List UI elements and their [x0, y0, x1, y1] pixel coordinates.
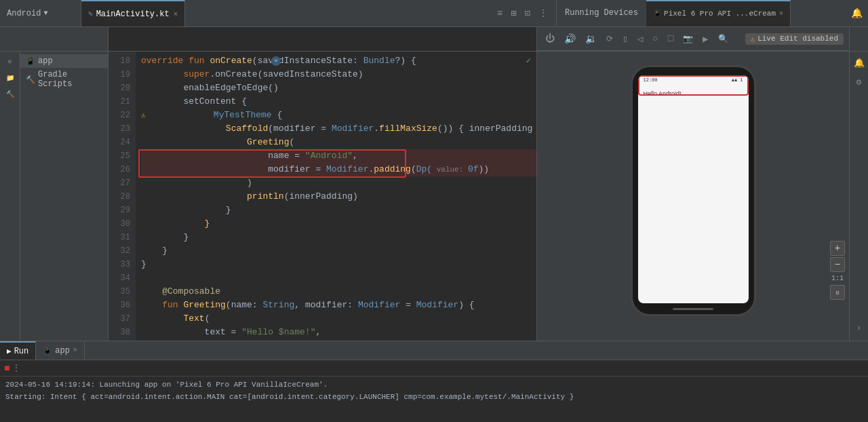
file-tab-close[interactable]: × — [174, 10, 178, 18]
code-line-37: Text( — [141, 312, 536, 326]
bottom-toolbar: ■ ⋮ — [0, 360, 868, 377]
debug-dot-18[interactable]: ● — [271, 56, 281, 66]
zoom-out-btn[interactable]: − — [830, 257, 845, 272]
inspect-btn[interactable]: 🔍 — [715, 33, 731, 45]
volume-down-btn[interactable]: 🔉 — [583, 32, 599, 46]
bottom-panel: ▶ Run 📱 app × ■ ⋮ 2024-05-16 14:19:14: L… — [0, 341, 868, 422]
log-line-2: Starting: Intent { act=android.intent.ac… — [5, 391, 863, 404]
zoom-controls: + − 1:1 ⊡ — [830, 241, 845, 300]
app-tab-label: app — [55, 346, 70, 356]
tree-gradle-icon: 🔨 — [26, 75, 35, 84]
rotate-btn[interactable]: ⟳ — [604, 33, 616, 45]
volume-up-btn[interactable]: 🔊 — [561, 32, 578, 46]
tree-gradle-label: Gradle Scripts — [38, 70, 102, 89]
notifications-icon[interactable]: 🔔 — [851, 7, 863, 19]
code-area: 18 19 20 21 22 23 24 25 26 27 28 29 30 3… — [108, 52, 536, 341]
code-line-24: Greeting( — [141, 136, 536, 149]
toolbar-view-icon[interactable]: ⊡ — [522, 6, 533, 20]
file-tab-name: MainActivity.kt — [96, 9, 170, 19]
notifications-panel-btn[interactable]: 🔔 — [852, 56, 867, 71]
stop-btn[interactable]: ■ — [4, 363, 9, 374]
tree-item-gradle[interactable]: 🔨 Gradle Scripts — [20, 68, 108, 91]
tree-app-icon: 📱 — [26, 57, 35, 66]
code-content[interactable]: override fun onCreate(savedInstanceState… — [136, 52, 536, 341]
left-spacer — [0, 27, 108, 51]
home-btn[interactable]: ○ — [650, 32, 660, 45]
file-tab-icon: ✎ — [88, 9, 93, 18]
device-tab-icon: 📱 — [653, 9, 661, 18]
device-toolbar: ⏻ 🔊 🔉 ⟳ ▯ ◁ ○ □ 📷 ▶ 🔍 ⚠ Live Edit disabl… — [537, 27, 849, 51]
warning-icon-22: ⚠ — [141, 109, 150, 122]
device-tab-name: Pixel 6 Pro API ...eCream — [664, 9, 776, 18]
sidebar-item-app[interactable]: 📁 — [2, 71, 18, 85]
zoom-in-btn[interactable]: + — [830, 241, 845, 256]
code-line-26: modifier = Modifier.padding(Dp( value: 0… — [141, 163, 536, 176]
back-btn[interactable]: ◁ — [635, 32, 646, 46]
code-line-32: } — [141, 244, 536, 258]
main-area: ≡ 📁 🔨 📱 app 🔨 Gradle Scripts 18 19 20 21… — [0, 52, 868, 341]
run-tab-icon: ▶ — [7, 347, 12, 356]
live-edit-text: Live Edit disabled — [757, 35, 838, 43]
device-tab-close[interactable]: × — [779, 10, 783, 18]
code-editor: 18 19 20 21 22 23 24 25 26 27 28 29 30 3… — [108, 52, 537, 341]
bottom-tabs: ▶ Run 📱 app × — [0, 341, 868, 360]
sidebar-item-gradle[interactable]: 🔨 — [2, 88, 18, 101]
toolbar-menu-icon[interactable]: ≡ — [494, 7, 505, 20]
screenshot-btn[interactable]: 📷 — [680, 33, 696, 45]
code-line-31: } — [141, 231, 536, 244]
code-line-30: } — [141, 217, 536, 231]
forward-btn[interactable]: ▶ — [700, 32, 711, 46]
device-canvas: 12:00 ▲▲ 1 Hello Android! + − 1:1 ⊡ — [537, 52, 849, 341]
power-btn[interactable]: ⏻ — [542, 32, 557, 45]
project-tree: 📱 app 🔨 Gradle Scripts — [20, 52, 108, 341]
phone-signal: ▲▲ 1 — [732, 77, 743, 83]
zoom-level: 1:1 — [831, 273, 844, 284]
file-tab-mainactivity[interactable]: ✎ MainActivity.kt × — [81, 0, 185, 26]
settings-btn[interactable]: ⚙ — [854, 75, 864, 90]
phone-home-bar — [673, 308, 713, 310]
code-line-34 — [141, 271, 536, 285]
bottom-tab-app[interactable]: 📱 app × — [36, 341, 85, 360]
line-numbers: 18 19 20 21 22 23 24 25 26 27 28 29 30 3… — [108, 52, 136, 341]
code-editor-toolbar-space — [108, 27, 537, 51]
code-line-29: } — [141, 204, 536, 217]
running-devices-panel-header: Running Devices 📱 Pixel 6 Pro API ...eCr… — [556, 0, 868, 27]
zoom-fit-btn[interactable]: ⊡ — [830, 285, 845, 300]
expand-right-btn[interactable]: › — [854, 321, 864, 335]
more-options-btn[interactable]: ⋮ — [12, 363, 20, 373]
code-line-22: ⚠ MyTestTheme { — [141, 109, 536, 122]
toolbar-split-icon[interactable]: ⊞ — [508, 6, 519, 20]
tree-item-app[interactable]: 📱 app — [20, 54, 108, 68]
right-strip-spacer — [849, 27, 868, 51]
running-devices-right-icons: 🔔 — [851, 7, 868, 19]
editor-toolbar-icons: ≡ ⊞ ⊡ ⋮ — [489, 6, 556, 20]
app-tab-icon: 📱 — [43, 346, 52, 355]
project-selector[interactable]: Android ▼ — [0, 0, 81, 26]
recents-btn[interactable]: □ — [665, 32, 676, 45]
phone-frame: 12:00 ▲▲ 1 Hello Android! — [631, 65, 756, 316]
portrait-btn[interactable]: ▯ — [620, 32, 631, 45]
sidebar-item-android[interactable]: ≡ — [3, 56, 16, 69]
app-tab-close[interactable]: × — [73, 347, 77, 354]
project-chevron: ▼ — [43, 9, 47, 17]
running-devices-title: Running Devices — [557, 8, 646, 18]
run-tab-label: Run — [14, 347, 29, 356]
code-line-25: name = "Android", — [141, 149, 536, 163]
code-line-27: ) — [141, 176, 536, 190]
phone-app-text: Hello Android! — [644, 90, 682, 97]
file-tabs-bar: ✎ MainActivity.kt × — [81, 0, 489, 26]
code-line-38: text = "Hello $name!", — [141, 326, 536, 339]
phone-time: 12:00 — [644, 77, 658, 83]
phone-status-bar: 12:00 ▲▲ 1 — [638, 75, 749, 85]
toolbar-more-icon[interactable]: ⋮ — [536, 6, 551, 20]
project-name: Android — [7, 9, 41, 18]
sidebar: ≡ 📁 🔨 — [0, 52, 20, 341]
bottom-tab-run[interactable]: ▶ Run — [0, 341, 36, 360]
line-18-check: ✓ — [526, 54, 531, 68]
top-bar: Android ▼ ✎ MainActivity.kt × ≡ ⊞ ⊡ ⋮ Ru… — [0, 0, 868, 27]
phone-app-content: Hello Android! — [638, 85, 749, 100]
code-line-35: @Composable — [141, 285, 536, 299]
device-tab-pixel6[interactable]: 📱 Pixel 6 Pro API ...eCream × — [646, 0, 791, 26]
live-edit-badge: ⚠ Live Edit disabled — [745, 33, 844, 45]
code-line-23: Scaffold(modifier = Modifier.fillMaxSize… — [141, 122, 536, 136]
